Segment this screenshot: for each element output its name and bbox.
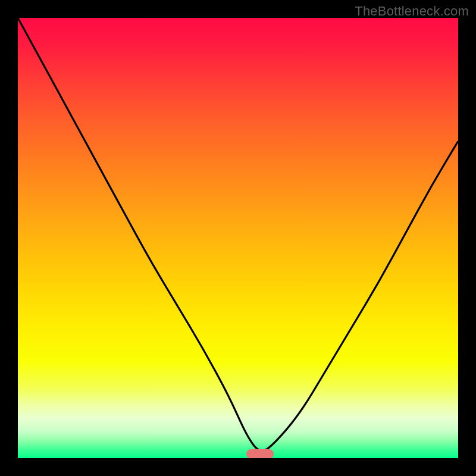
watermark-text: TheBottleneck.com (355, 4, 469, 19)
bottleneck-curve (18, 18, 458, 458)
optimal-marker (246, 449, 274, 458)
chart-frame: TheBottleneck.com (0, 0, 476, 476)
curve-path (18, 18, 458, 451)
plot-area (18, 18, 458, 458)
